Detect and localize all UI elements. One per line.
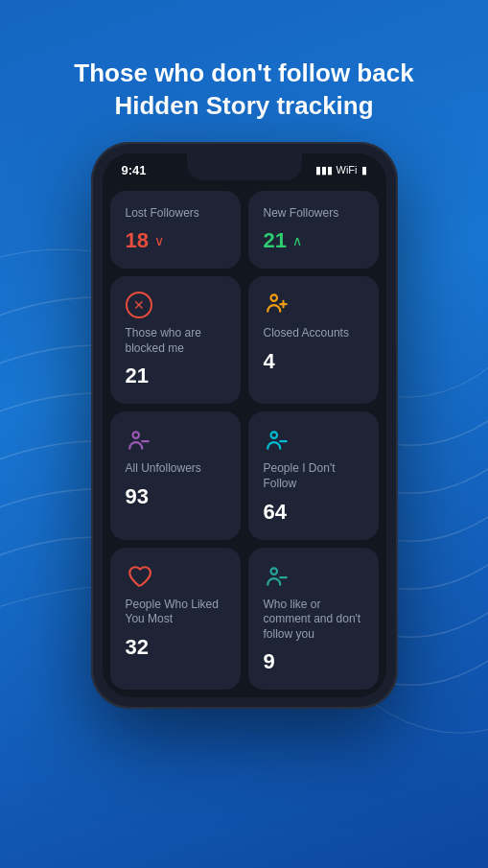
status-icons: ▮▮▮ WiFi ▮ <box>315 164 367 176</box>
blocked-me-count: 21 <box>126 364 225 388</box>
closed-accounts-title: Closed Accounts <box>264 326 363 341</box>
dont-follow-icon <box>264 427 290 454</box>
clock: 9:41 <box>122 163 147 177</box>
unfollowers-icon <box>126 427 152 454</box>
all-unfollowers-count: 93 <box>126 484 225 509</box>
liked-most-card[interactable]: People Who Liked You Most 32 <box>110 548 241 691</box>
like-comment-card[interactable]: Who like or comment and don't follow you… <box>248 548 379 691</box>
like-comment-count: 9 <box>264 649 363 674</box>
closed-accounts-count: 4 <box>264 349 363 374</box>
battery-icon: ▮ <box>361 164 367 176</box>
liked-most-title: People Who Liked You Most <box>126 598 225 627</box>
phone-body: 9:41 ▮▮▮ WiFi ▮ Lost Followers 18 ∨ <box>91 142 398 710</box>
up-arrow-icon: ∧ <box>292 233 302 248</box>
liked-most-count: 32 <box>126 635 225 660</box>
svg-point-1 <box>132 433 139 439</box>
heart-icon <box>126 563 152 590</box>
new-followers-title: New Followers <box>264 206 363 222</box>
all-unfollowers-card[interactable]: All Unfollowers 93 <box>110 411 241 539</box>
down-arrow-icon: ∨ <box>154 233 164 248</box>
people-yellow-icon <box>265 291 290 320</box>
closed-accounts-icon <box>264 292 290 318</box>
signal-icon: ▮▮▮ <box>315 164 333 176</box>
cards-grid: Lost Followers 18 ∨ New Followers 21 ∧ <box>103 183 386 698</box>
blocked-icon: ✕ <box>126 292 152 318</box>
header-section: Those who don't follow back Hidden Story… <box>0 0 488 142</box>
blocked-me-title: Those who are blocked me <box>126 326 225 356</box>
lost-followers-title: Lost Followers <box>126 206 225 222</box>
lost-followers-value: 18 ∨ <box>126 228 225 253</box>
wifi-icon: WiFi <box>337 164 358 176</box>
dont-follow-count: 64 <box>264 500 363 525</box>
closed-accounts-card[interactable]: Closed Accounts 4 <box>248 276 379 404</box>
new-followers-card[interactable]: New Followers 21 ∧ <box>248 191 379 270</box>
circle-x-icon: ✕ <box>126 292 152 318</box>
svg-point-3 <box>270 568 277 575</box>
dont-follow-title: People I Don't Follow <box>264 461 363 491</box>
svg-point-2 <box>270 433 277 439</box>
blocked-me-card[interactable]: ✕ Those who are blocked me 21 <box>110 276 241 404</box>
new-followers-value: 21 ∧ <box>264 228 363 253</box>
header-title: Those who don't follow back Hidden Story… <box>0 58 488 123</box>
svg-point-0 <box>270 294 277 301</box>
phone-notch <box>187 153 302 180</box>
like-comment-title: Who like or comment and don't follow you <box>264 598 363 643</box>
all-unfollowers-title: All Unfollowers <box>126 461 225 477</box>
dont-follow-card[interactable]: People I Don't Follow 64 <box>248 411 379 539</box>
phone-mockup: 9:41 ▮▮▮ WiFi ▮ Lost Followers 18 ∨ <box>0 142 488 710</box>
like-comment-icon <box>264 563 290 590</box>
lost-followers-card[interactable]: Lost Followers 18 ∨ <box>110 191 241 270</box>
phone-screen: 9:41 ▮▮▮ WiFi ▮ Lost Followers 18 ∨ <box>103 153 386 698</box>
